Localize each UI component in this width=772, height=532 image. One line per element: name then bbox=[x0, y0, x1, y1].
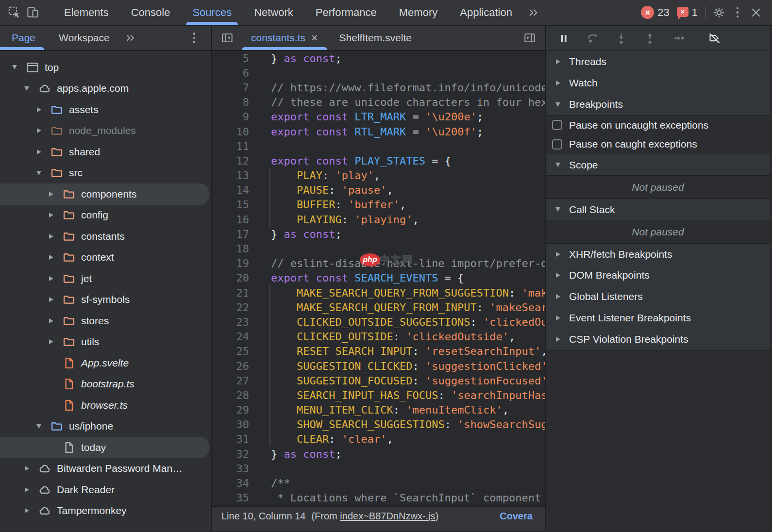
line-number[interactable]: 30 bbox=[212, 418, 249, 431]
settings-gear-icon[interactable] bbox=[710, 3, 728, 22]
deactivate-breakpoints-icon[interactable] bbox=[707, 31, 722, 46]
tree-item-today[interactable]: today bbox=[0, 437, 211, 458]
tree-expand-arrow[interactable] bbox=[34, 128, 44, 133]
tree-item-stores[interactable]: stores bbox=[0, 310, 211, 332]
tab-elements[interactable]: Elements bbox=[53, 0, 120, 25]
line-number[interactable]: 14 bbox=[212, 184, 249, 196]
code-line-text[interactable]: MAKE_SEARCH_QUERY_FROM_SUGGESTION: 'mak bbox=[249, 285, 545, 300]
chevron-right-icon[interactable] bbox=[553, 273, 563, 278]
close-tab-icon[interactable]: × bbox=[311, 33, 318, 44]
code-line-text[interactable]: /** bbox=[249, 476, 545, 490]
line-number[interactable]: 10 bbox=[212, 126, 249, 138]
chevron-down-icon[interactable] bbox=[553, 102, 563, 107]
line-number[interactable]: 13 bbox=[212, 169, 249, 182]
tree-item-components[interactable]: components bbox=[0, 183, 211, 205]
tree-item-jet[interactable]: jet bbox=[0, 268, 211, 289]
section-global-listeners[interactable]: Global Listeners bbox=[546, 286, 770, 307]
line-number[interactable]: 19 bbox=[212, 257, 249, 269]
line-number[interactable]: 34 bbox=[212, 477, 249, 489]
line-number[interactable]: 21 bbox=[212, 287, 249, 299]
pause-script-icon[interactable] bbox=[556, 31, 571, 46]
show-debugger-sidebar-icon[interactable] bbox=[520, 29, 539, 47]
line-number[interactable]: 28 bbox=[212, 389, 249, 401]
line-number[interactable]: 15 bbox=[212, 199, 249, 211]
inspect-element-icon[interactable] bbox=[5, 3, 23, 22]
line-number[interactable]: 35 bbox=[212, 492, 249, 504]
tree-item-shared[interactable]: shared bbox=[0, 141, 211, 163]
line-number[interactable]: 32 bbox=[212, 448, 249, 460]
tree-expand-arrow[interactable] bbox=[46, 255, 56, 260]
tree-expand-arrow[interactable] bbox=[22, 508, 32, 513]
line-number[interactable]: 27 bbox=[212, 375, 249, 387]
navigator-kebab-icon[interactable] bbox=[185, 29, 203, 47]
code-line-text[interactable]: CLICKED_OUTSIDE_SUGGESTIONS: 'clickedOu bbox=[249, 315, 545, 329]
section-xhr-fetch-breakpoints[interactable]: XHR/fetch Breakpoints bbox=[546, 243, 770, 265]
section-breakpoints[interactable]: Breakpoints bbox=[546, 94, 770, 115]
tree-item-top[interactable]: top bbox=[0, 57, 211, 78]
code-line-text[interactable]: MENU_ITEM_CLICK: 'menuItemClick', bbox=[249, 403, 545, 417]
tree-expand-arrow[interactable] bbox=[34, 150, 44, 154]
section-threads[interactable]: Threads bbox=[546, 51, 770, 72]
tree-item-src[interactable]: src bbox=[0, 163, 211, 184]
tab-sources[interactable]: Sources bbox=[181, 0, 243, 25]
editor-tab-shelfitem-svelte[interactable]: ShelfItem.svelte bbox=[329, 26, 422, 50]
chevron-right-icon[interactable] bbox=[553, 337, 563, 342]
tree-item-node-modules[interactable]: node_modules bbox=[0, 120, 211, 142]
error-count[interactable]: 23 bbox=[657, 6, 669, 19]
tree-expand-arrow[interactable] bbox=[22, 86, 32, 91]
code-line-text[interactable] bbox=[249, 139, 545, 153]
tree-item-apps-apple-com[interactable]: apps.apple.com bbox=[0, 78, 211, 100]
issue-count[interactable]: 1 bbox=[692, 6, 698, 19]
tab-memory[interactable]: Memory bbox=[388, 0, 449, 25]
close-devtools-icon[interactable] bbox=[747, 3, 765, 22]
code-line-text[interactable]: export const PLAY_STATES = { bbox=[249, 153, 545, 168]
tree-expand-arrow[interactable] bbox=[46, 276, 56, 281]
code-line-text[interactable]: // these are unicode characters in four … bbox=[249, 95, 545, 110]
tree-item-constants[interactable]: constants bbox=[0, 226, 211, 247]
line-number[interactable]: 29 bbox=[212, 404, 249, 416]
section-csp-violation-breakpoints[interactable]: CSP Violation Breakpoints bbox=[546, 329, 770, 350]
code-line-text[interactable]: SEARCH_INPUT_HAS_FOCUS: 'searchInputHas bbox=[249, 388, 545, 402]
line-number[interactable]: 8 bbox=[212, 96, 249, 108]
more-navigator-tabs-icon[interactable] bbox=[122, 29, 139, 47]
code-editor[interactable]: php 中文网 5} as const;67// https://www.fil… bbox=[212, 51, 545, 506]
code-line-text[interactable]: } as const; bbox=[249, 447, 545, 461]
line-number[interactable]: 9 bbox=[212, 111, 249, 123]
tab-performance[interactable]: Performance bbox=[304, 0, 388, 25]
chevron-right-icon[interactable] bbox=[553, 316, 563, 320]
line-number[interactable]: 22 bbox=[212, 301, 249, 314]
chevron-right-icon[interactable] bbox=[553, 81, 563, 85]
line-number[interactable]: 33 bbox=[212, 463, 249, 475]
chevron-down-icon[interactable] bbox=[553, 207, 563, 212]
code-line-text[interactable]: export const RTL_MARK = '\u200f'; bbox=[249, 124, 545, 139]
tree-expand-arrow[interactable] bbox=[46, 297, 56, 302]
section-call-stack[interactable]: Call Stack bbox=[546, 199, 770, 220]
tree-expand-arrow[interactable] bbox=[22, 466, 32, 471]
tree-item-browser-ts[interactable]: browser.ts bbox=[0, 395, 211, 416]
line-number[interactable]: 7 bbox=[212, 82, 249, 94]
tree-expand-arrow[interactable] bbox=[22, 487, 32, 492]
section-scope[interactable]: Scope bbox=[546, 154, 770, 175]
chevron-right-icon[interactable] bbox=[553, 252, 563, 257]
code-line-text[interactable]: } as const; bbox=[249, 51, 545, 66]
line-number[interactable]: 24 bbox=[212, 331, 249, 343]
tree-expand-arrow[interactable] bbox=[46, 318, 56, 323]
tree-expand-arrow[interactable] bbox=[46, 192, 56, 197]
code-line-text[interactable]: BUFFER: 'buffer', bbox=[249, 198, 545, 212]
code-line-text[interactable]: PLAYING: 'playing', bbox=[249, 212, 545, 227]
issue-badge-icon[interactable]: × bbox=[677, 7, 688, 17]
tree-expand-arrow[interactable] bbox=[34, 171, 44, 175]
checkbox-pause-on-uncaught-exceptions[interactable] bbox=[552, 120, 562, 130]
coverage-link[interactable]: Covera bbox=[500, 511, 533, 522]
editor-tab-constants-ts[interactable]: constants.ts× bbox=[240, 26, 329, 50]
tree-item-bitwarden-password-man[interactable]: Bitwarden Password Man… bbox=[0, 458, 211, 480]
code-line-text[interactable]: MAKE_SEARCH_QUERY_FROM_INPUT: 'makeSear bbox=[249, 300, 545, 315]
code-line-text[interactable] bbox=[249, 461, 545, 476]
section-dom-breakpoints[interactable]: DOM Breakpoints bbox=[546, 265, 770, 286]
more-options-kebab-icon[interactable] bbox=[728, 3, 747, 22]
tree-expand-arrow[interactable] bbox=[46, 339, 56, 344]
code-line-text[interactable]: PLAY: 'play', bbox=[249, 168, 545, 183]
code-line-text[interactable]: } as const; bbox=[249, 227, 545, 241]
tree-item-bootstrap-ts[interactable]: bootstrap.ts bbox=[0, 374, 211, 395]
tree-expand-arrow[interactable] bbox=[34, 107, 44, 112]
